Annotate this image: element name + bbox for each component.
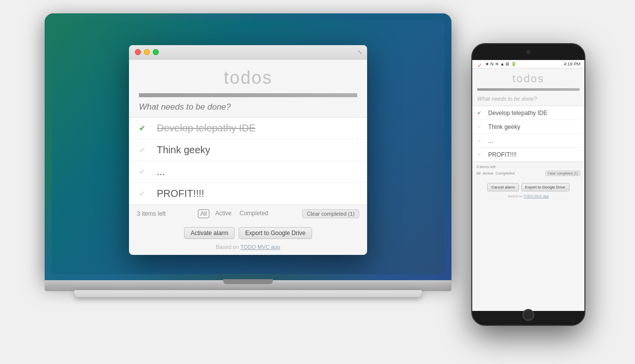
mac-footer-filters: All Active Completed [198, 209, 270, 218]
mac-progress-bar [139, 93, 357, 97]
activate-alarm-button[interactable]: Activate alarm [184, 227, 235, 239]
phone-todo-mvc-link[interactable]: TODO MVC app [523, 194, 549, 198]
filter-all[interactable]: All [198, 209, 209, 218]
table-row: ✔ ... [129, 161, 367, 183]
phone-filter-active[interactable]: Active [483, 171, 494, 176]
laptop-screen: ⤡ todos ✔ Develop telepathy IDE ✔ [52, 20, 444, 274]
phone-filter-all[interactable]: All [476, 171, 481, 176]
todo-text: PROFIT!!!! [157, 188, 204, 199]
table-row: ✔ PROFIT!!!! [129, 183, 367, 205]
todo-text: Develop telepathy IDE [157, 122, 255, 134]
todo-text: Think geeky [157, 144, 210, 156]
laptop-body: ⤡ todos ✔ Develop telepathy IDE ✔ [45, 13, 451, 281]
phone-camera [526, 50, 530, 54]
phone-filter-completed[interactable]: Completed [496, 171, 515, 176]
todo-text: ... [488, 137, 493, 144]
check-icon[interactable]: ✔ [477, 152, 485, 157]
phone-todo-list: ✔ Develop telepathy IDE ✔ Think geeky ✔ … [472, 106, 584, 162]
check-icon[interactable]: ✔ [477, 138, 485, 143]
laptop-notch [223, 279, 273, 284]
mac-expand-icon[interactable]: ⤡ [358, 49, 362, 56]
export-google-drive-button[interactable]: Export to Google Drive [239, 227, 312, 239]
mac-todo-input[interactable] [139, 102, 357, 112]
table-row: ✔ Think geeky [129, 139, 367, 161]
phone-status-bar: ✓ ★ N ≋ ▲ ⊞ 🔋 4:19 PM [472, 60, 584, 68]
check-icon[interactable]: ✔ [139, 123, 151, 133]
filter-active[interactable]: Active [213, 209, 234, 218]
todo-mvc-link[interactable]: TODO MVC app [240, 244, 280, 250]
phone-footer: 3 items left All Active Completed Clear … [472, 162, 584, 180]
phone-screen: ✓ ★ N ≋ ▲ ⊞ 🔋 4:19 PM todos What needs t… [472, 60, 584, 311]
phone-time: 4:19 PM [564, 61, 580, 66]
check-icon[interactable]: ✔ [139, 167, 151, 177]
phone-app-title: todos [472, 68, 584, 88]
mac-close-btn[interactable] [135, 49, 141, 55]
phone-input-row[interactable]: What needs to be done? [472, 91, 584, 106]
mac-input-row[interactable] [129, 97, 367, 118]
mac-titlebar: ⤡ [129, 45, 367, 60]
scene: ⤡ todos ✔ Develop telepathy IDE ✔ [45, 13, 590, 351]
mac-footer: 3 items left All Active Completed Clear … [129, 205, 367, 222]
phone-home-button[interactable] [522, 309, 534, 321]
mac-window: ⤡ todos ✔ Develop telepathy IDE ✔ [129, 45, 367, 255]
mac-max-btn[interactable] [153, 49, 159, 55]
phone-cancel-alarm-button[interactable]: Cancel alarm [487, 183, 518, 191]
check-icon[interactable]: ✔ [139, 189, 151, 198]
phone-footer-filters: All Active Completed [476, 171, 514, 176]
mac-based-on: Based on TODO MVC app [129, 244, 367, 255]
items-left-label: 3 items left [137, 210, 166, 217]
phone-todo-input-placeholder: What needs to be done? [477, 96, 537, 102]
check-icon[interactable]: ✔ [139, 145, 151, 155]
phone-items-left: 3 items left [476, 165, 496, 169]
mac-todo-list: ✔ Develop telepathy IDE ✔ Think geeky ✔ … [129, 118, 367, 205]
phone: ✓ ★ N ≋ ▲ ⊞ 🔋 4:19 PM todos What needs t… [471, 43, 585, 326]
mac-app-title: todos [129, 60, 367, 93]
phone-status-check: ✓ [477, 62, 482, 69]
clear-completed-button[interactable]: Clear completed (1) [302, 209, 359, 218]
phone-footer-row: 3 items left [476, 165, 580, 169]
phone-action-buttons: Cancel alarm Export to Google Drive [472, 180, 584, 194]
phone-clear-completed-button[interactable]: Clear completed (1) [545, 171, 580, 176]
phone-based-on: Based on TODO MVC app [472, 194, 584, 201]
todo-text: ... [157, 166, 165, 178]
based-on-text: Based on TODO MVC app [216, 244, 280, 250]
list-item: ✔ ... [472, 134, 584, 148]
mac-min-btn[interactable] [144, 49, 150, 55]
mac-action-buttons: Activate alarm Export to Google Drive [129, 222, 367, 244]
phone-footer-filters-row: All Active Completed Clear completed (1) [476, 171, 580, 176]
filter-completed[interactable]: Completed [238, 209, 270, 218]
list-item: ✔ Develop telepathy IDE [472, 106, 584, 120]
check-icon[interactable]: ✔ [477, 110, 485, 116]
check-icon[interactable]: ✔ [477, 124, 485, 129]
phone-status-icons: ★ N ≋ ▲ ⊞ 🔋 [485, 61, 516, 66]
phone-based-on-text: Based on TODO MVC app [508, 194, 549, 198]
todo-text: Develop telepathy IDE [488, 110, 547, 117]
laptop: ⤡ todos ✔ Develop telepathy IDE ✔ [45, 13, 451, 341]
list-item: ✔ Think geeky [472, 120, 584, 134]
table-row: ✔ Develop telepathy IDE [129, 118, 367, 139]
todo-text: Think geeky [488, 123, 520, 130]
todo-text: PROFIT!!!! [488, 151, 516, 158]
laptop-bottom [74, 290, 422, 297]
list-item: ✔ PROFIT!!!! [472, 148, 584, 162]
phone-export-button[interactable]: Export to Google Drive [521, 183, 570, 191]
